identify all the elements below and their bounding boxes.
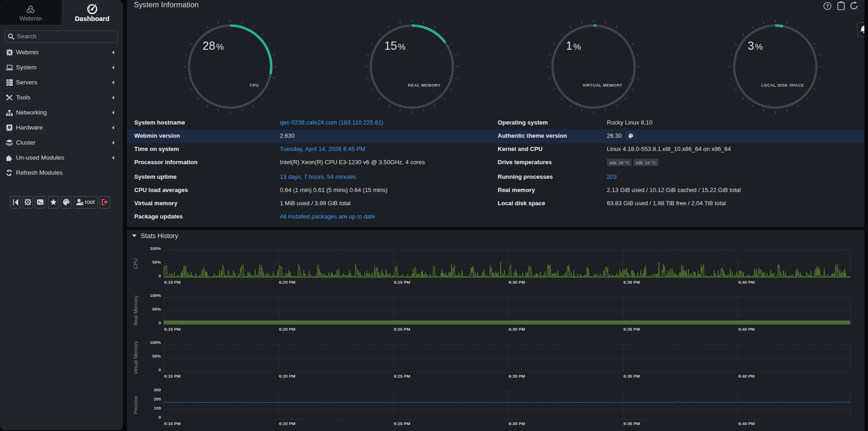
- svg-text:?: ?: [826, 3, 829, 9]
- svg-text:A: A: [26, 200, 30, 204]
